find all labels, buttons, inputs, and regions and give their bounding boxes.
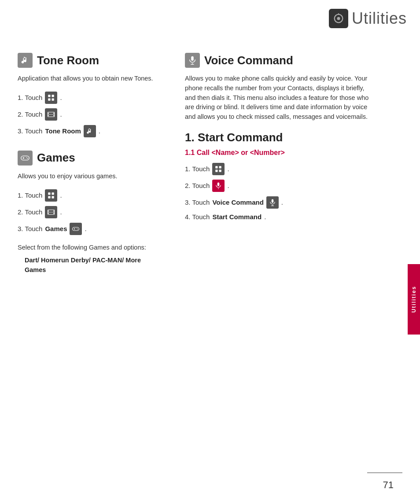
svg-rect-38 (216, 169, 218, 172)
games-heading: Games (18, 151, 158, 166)
games-step-2-label: 2. Touch (18, 208, 42, 216)
voice-command-heading: Voice Command (185, 53, 370, 68)
sc-step-1-label: 1. Touch (185, 165, 210, 173)
start-command-steps: 1. Touch . 2. Touch (185, 163, 370, 221)
voice-command-title: Voice Command (204, 54, 293, 67)
svg-rect-18 (48, 192, 51, 195)
page-number: 71 (383, 479, 394, 491)
svg-rect-42 (272, 199, 274, 202)
sc-step-1-icon (212, 163, 225, 175)
tone-room-section: Tone Room Application that allows you to… (18, 53, 158, 137)
step-2-icon (45, 108, 57, 121)
gamepad-icon-2 (72, 225, 80, 233)
svg-rect-40 (217, 182, 220, 186)
svg-rect-23 (48, 210, 49, 211)
toneroom-icon (86, 127, 94, 135)
svg-rect-25 (54, 210, 55, 211)
svg-rect-39 (219, 169, 221, 172)
svg-point-1 (337, 17, 340, 20)
svg-rect-13 (21, 156, 29, 160)
games-options-list: Dart/ Homerun Derby/ PAC-MAN/ More Games (25, 256, 158, 275)
tone-room-heading: Tone Room (18, 53, 158, 68)
games-step-1-label: 1. Touch (18, 191, 42, 199)
games-steps: 1. Touch . 2. Touch (18, 189, 158, 235)
sc-step-3-bold: Voice Command (212, 199, 263, 206)
games-icon (18, 151, 33, 166)
svg-rect-19 (52, 192, 54, 195)
svg-point-32 (77, 229, 78, 230)
sc-step-2-label: 2. Touch (185, 182, 210, 189)
tone-room-steps: 1. Touch . 2. Touch (18, 92, 158, 137)
games-step-3: 3. Touch Games . (18, 223, 158, 235)
sc-step-4-label: 4. Touch (185, 213, 210, 221)
games-section: Games Allows you to enjoy various games.… (18, 151, 158, 275)
tone-room-description: Application that allows you to obtain ne… (18, 74, 158, 84)
games-step-1: 1. Touch . (18, 189, 158, 202)
svg-point-17 (27, 158, 28, 159)
film-icon (47, 110, 55, 118)
svg-point-16 (26, 157, 27, 158)
sc-step-1: 1. Touch . (185, 163, 370, 175)
games-description: Allows you to enjoy various games. (18, 172, 158, 181)
svg-rect-28 (73, 227, 79, 231)
tone-room-icon-svg (20, 55, 30, 65)
games-step-2: 2. Touch . (18, 206, 158, 218)
games-options: Dart/ Homerun Derby/ PAC-MAN/ More Games (25, 256, 158, 275)
svg-rect-9 (48, 115, 49, 116)
sc-step-3-label: 3. Touch (185, 199, 210, 206)
header: Utilities (329, 9, 407, 28)
voice-command-section: Voice Command Allows you to make phone c… (185, 53, 370, 122)
games-step-1-icon (45, 189, 57, 202)
tone-room-step-2: 2. Touch . (18, 108, 158, 121)
call-sub-heading: 1.1 Call <Name> or <Number> (185, 149, 370, 157)
mic-icon-svg (188, 55, 197, 65)
tone-room-title: Tone Room (37, 54, 99, 67)
tone-room-step-1: 1. Touch . (18, 92, 158, 104)
step-3-label: 3. Touch (18, 127, 42, 135)
voice-command-icon (185, 53, 200, 68)
games-select-note: Select from the following Games and opti… (18, 243, 158, 253)
svg-rect-37 (219, 166, 221, 168)
utilities-icon (329, 9, 348, 28)
sc-step-3: 3. Touch Voice Command . (185, 196, 370, 209)
svg-rect-3 (48, 95, 51, 97)
utilities-icon-svg (332, 12, 345, 25)
svg-rect-6 (52, 98, 54, 100)
tone-room-step-3: 3. Touch Tone Room . (18, 125, 158, 137)
games-step-3-icon (70, 223, 82, 235)
games-title: Games (37, 151, 75, 165)
sc-step-2-icon (212, 180, 225, 192)
film-icon-2 (47, 208, 55, 216)
svg-rect-5 (48, 98, 51, 100)
svg-rect-4 (52, 95, 54, 97)
step-2-label: 2. Touch (18, 110, 42, 118)
sc-step-2: 2. Touch . (185, 180, 370, 192)
page-header-title: Utilities (352, 9, 407, 28)
start-command-section: 1. Start Command 1.1 Call <Name> or <Num… (185, 131, 370, 221)
left-column: Tone Room Application that allows you to… (0, 44, 172, 504)
svg-point-31 (77, 228, 78, 229)
sc-step-4: 4. Touch Start Command . (185, 213, 370, 221)
main-content: Tone Room Application that allows you to… (0, 44, 420, 504)
games-step-3-bold: Games (45, 225, 67, 232)
step-1-icon (45, 92, 57, 104)
step-1-label: 1. Touch (18, 94, 42, 101)
svg-rect-10 (54, 113, 55, 114)
svg-rect-20 (48, 196, 51, 198)
page-divider (367, 472, 402, 473)
svg-rect-33 (191, 56, 194, 61)
sc-step-4-bold: Start Command (212, 213, 262, 221)
svg-rect-8 (48, 113, 49, 114)
right-column: Voice Command Allows you to make phone c… (172, 44, 396, 504)
games-step-2-icon (45, 206, 57, 218)
sc-step-3-icon (266, 196, 279, 209)
svg-rect-24 (48, 213, 49, 213)
gamepad-icon-svg (20, 153, 30, 163)
svg-rect-11 (54, 115, 55, 116)
step-3-icon (84, 125, 96, 137)
grid-icon (47, 94, 55, 102)
svg-rect-26 (54, 213, 55, 213)
tone-room-icon (18, 53, 33, 68)
games-step-3-label: 3. Touch (18, 225, 42, 232)
start-command-heading: 1. Start Command (185, 131, 370, 144)
